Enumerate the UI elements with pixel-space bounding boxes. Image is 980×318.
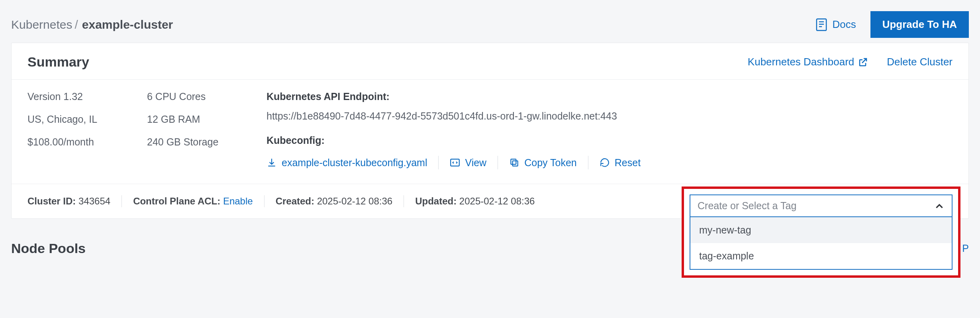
- cluster-price: $108.00/month: [27, 136, 123, 148]
- control-plane-acl: Control Plane ACL: Enable: [133, 196, 253, 207]
- updated-at: Updated: 2025-02-12 08:36: [415, 196, 535, 207]
- summary-card: Summary Kubernetes Dashboard Delete Clus…: [11, 43, 969, 219]
- cluster-id-label: Cluster ID:: [27, 196, 76, 206]
- cluster-region: US, Chicago, IL: [27, 114, 123, 125]
- tag-option[interactable]: tag-example: [690, 243, 952, 269]
- api-endpoint-value: https://b1e88490-7d48-4477-942d-5573d501…: [267, 110, 953, 122]
- copy-icon: [509, 157, 519, 168]
- cluster-id-value: 343654: [78, 196, 110, 206]
- upgrade-to-ha-button[interactable]: Upgrade To HA: [870, 11, 969, 38]
- kubeconfig-filename: example-cluster-kubeconfig.yaml: [282, 157, 427, 169]
- separator: [404, 195, 404, 207]
- separator: [438, 156, 439, 169]
- separator: [588, 156, 588, 169]
- node-pools-title: Node Pools: [11, 241, 86, 256]
- created-at: Created: 2025-02-12 08:36: [276, 196, 393, 207]
- updated-label: Updated:: [415, 196, 457, 206]
- svg-rect-4: [451, 159, 460, 166]
- kubeconfig-view-link[interactable]: View: [450, 157, 486, 169]
- cluster-ram: 12 GB RAM: [147, 114, 243, 125]
- svg-rect-5: [513, 161, 518, 166]
- copy-token-label: Copy Token: [524, 157, 577, 169]
- acl-label: Control Plane ACL:: [133, 196, 220, 206]
- delete-cluster-link[interactable]: Delete Cluster: [887, 56, 953, 68]
- acl-enable-link[interactable]: Enable: [223, 196, 253, 206]
- download-icon: [267, 157, 277, 168]
- cluster-version: Version 1.32: [27, 91, 123, 102]
- cluster-cpu: 6 CPU Cores: [147, 91, 243, 102]
- breadcrumb: Kubernetes / example-cluster: [11, 18, 173, 31]
- tag-options-list: my-new-tag tag-example: [690, 217, 953, 270]
- reset-label: Reset: [615, 157, 641, 169]
- tag-selector-callout: my-new-tag tag-example: [682, 186, 960, 278]
- updated-value: 2025-02-12 08:36: [459, 196, 535, 206]
- docs-label: Docs: [832, 18, 856, 31]
- kubeconfig-download-link[interactable]: example-cluster-kubeconfig.yaml: [267, 157, 427, 169]
- tag-input[interactable]: [698, 200, 934, 212]
- created-value: 2025-02-12 08:36: [317, 196, 393, 206]
- reset-link[interactable]: Reset: [600, 157, 641, 169]
- svg-rect-6: [511, 159, 516, 164]
- kubernetes-dashboard-link[interactable]: Kubernetes Dashboard: [748, 56, 868, 68]
- refresh-icon: [600, 157, 610, 168]
- document-icon: [815, 18, 827, 31]
- tag-option[interactable]: my-new-tag: [690, 217, 952, 243]
- cluster-id: Cluster ID: 343654: [27, 196, 110, 207]
- api-endpoint-label: Kubernetes API Endpoint:: [267, 91, 953, 102]
- separator: [264, 195, 265, 207]
- breadcrumb-current: example-cluster: [82, 18, 173, 31]
- docs-link[interactable]: Docs: [815, 18, 856, 31]
- created-label: Created:: [276, 196, 314, 206]
- separator: [122, 195, 122, 207]
- cluster-storage: 240 GB Storage: [147, 136, 243, 148]
- external-link-icon: [858, 57, 868, 67]
- breadcrumb-separator: /: [74, 18, 78, 31]
- code-view-icon: [450, 157, 460, 168]
- tag-combobox[interactable]: [690, 194, 953, 217]
- kubeconfig-view-label: View: [465, 157, 486, 169]
- breadcrumb-parent[interactable]: Kubernetes: [11, 18, 72, 31]
- kubernetes-dashboard-label: Kubernetes Dashboard: [748, 56, 854, 68]
- summary-title: Summary: [27, 54, 89, 70]
- separator: [498, 156, 498, 169]
- copy-token-link[interactable]: Copy Token: [509, 157, 577, 169]
- kubeconfig-label: Kubeconfig:: [267, 135, 953, 146]
- chevron-up-icon[interactable]: [934, 201, 945, 211]
